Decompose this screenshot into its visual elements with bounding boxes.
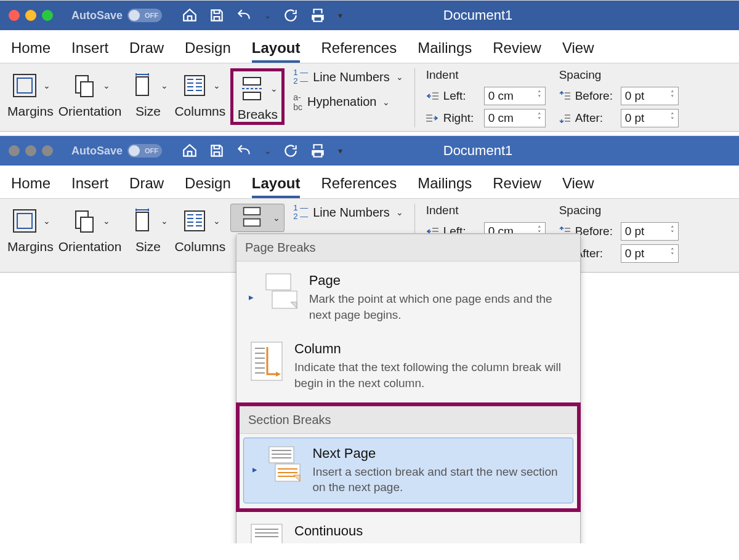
spinner-arrows[interactable]: ˄˅ [671,114,674,122]
undo-icon[interactable] [236,7,252,23]
indent-left-input[interactable]: 0 cm˄˅ [484,87,546,105]
indent-right-input[interactable]: 0 cm˄˅ [484,109,546,127]
column-break-thumb-icon [249,341,285,382]
spinner-arrows[interactable]: ˄˅ [671,92,674,100]
spacing-before-label: Before: [575,89,616,103]
margins-button[interactable]: ⌄ [9,204,52,238]
spacing-after-icon [559,113,570,123]
line-numbers-button[interactable]: 1 —2 — Line Numbers ⌄ [293,68,403,86]
qat-customize-icon[interactable]: ▾ [338,146,342,156]
autosave-state: OFF [145,12,158,19]
tab-review[interactable]: Review [493,39,541,63]
tab-mailings[interactable]: Mailings [418,39,472,63]
size-label: Size [135,239,161,254]
page-break-item[interactable]: Page Mark the point at which one page en… [240,265,576,330]
next-page-title: Next Page [312,446,564,462]
play-indicator-icon [252,467,257,473]
spinner-arrows[interactable]: ˄˅ [671,227,674,235]
zoom-window-button[interactable] [42,145,53,156]
qat-customize-icon[interactable]: ▾ [338,10,342,20]
breaks-button[interactable]: ⌄ [236,71,279,106]
indent-group: Indent Left: 0 cm˄˅ Right: 0 cm˄˅ [426,68,546,127]
tab-home[interactable]: Home [11,175,50,198]
spacing-before-input[interactable]: 0 pt˄˅ [621,87,679,105]
tab-layout[interactable]: Layout [252,39,301,63]
chevron-down-icon: ⌄ [396,72,403,82]
spinner-arrows[interactable]: ˄˅ [671,249,674,257]
column-break-desc: Indicate that the text following the col… [294,359,568,391]
autosave-control[interactable]: AutoSave OFF [71,144,162,158]
tab-mailings[interactable]: Mailings [418,175,472,198]
hyphenation-button[interactable]: a-bc Hyphenation ⌄ [293,92,403,112]
repeat-icon[interactable] [283,7,299,23]
tab-insert[interactable]: Insert [71,175,108,198]
margins-group: ⌄ Margins [7,68,54,119]
close-window-button[interactable] [9,10,20,21]
home-icon[interactable] [182,7,198,23]
tab-design[interactable]: Design [185,39,231,63]
svg-rect-5 [185,76,204,95]
save-icon[interactable] [209,143,225,159]
repeat-icon[interactable] [283,143,299,159]
breaks-group: ⌄ [230,204,285,232]
continuous-break-item[interactable]: Continuous Insert a section break and st… [240,516,576,543]
home-icon[interactable] [182,143,198,159]
line-numbers-button[interactable]: 1 —2 — Line Numbers ⌄ [293,204,403,222]
orientation-button[interactable]: ⌄ [68,204,111,238]
svg-rect-44 [244,219,260,226]
spacing-after-input[interactable]: 0 pt˄˅ [621,109,679,127]
tab-view[interactable]: View [562,175,594,198]
next-page-break-item[interactable]: Next Page Insert a section break and sta… [243,438,573,503]
print-icon[interactable] [310,7,326,23]
spinner-arrows[interactable]: ˄˅ [538,92,541,100]
tab-design[interactable]: Design [185,175,231,198]
tab-draw[interactable]: Draw [129,39,164,63]
autosave-control[interactable]: AutoSave OFF [71,9,162,22]
chevron-down-icon: ⌄ [213,81,220,90]
tab-home[interactable]: Home [11,39,50,63]
spacing-before-icon [559,91,570,101]
spinner-arrows[interactable]: ˄˅ [538,114,541,122]
indent-right-icon [426,114,438,122]
columns-button[interactable]: ⌄ [179,68,222,103]
svg-rect-43 [244,207,260,215]
tab-references[interactable]: References [321,175,397,198]
indent-header: Indent [426,68,546,82]
spacing-before-input[interactable]: 0 pt˄˅ [621,222,679,241]
save-icon[interactable] [209,7,225,23]
undo-dropdown-icon[interactable]: ⌄ [264,146,272,156]
print-icon[interactable] [310,143,326,159]
traffic-lights [9,10,53,21]
minimize-window-button[interactable] [25,145,36,156]
margins-button[interactable]: ⌄ [9,68,52,103]
minimize-window-button[interactable] [25,10,36,21]
breaks-button-pressed[interactable]: ⌄ [230,204,285,232]
orientation-button[interactable]: ⌄ [68,68,111,103]
autosave-toggle[interactable]: OFF [127,144,162,158]
columns-icon [180,206,209,236]
chevron-down-icon: ⌄ [43,81,50,90]
undo-icon[interactable] [236,143,252,159]
undo-dropdown-icon[interactable]: ⌄ [264,10,272,20]
section-breaks-highlight: Section Breaks Next Page Insert a sectio… [236,402,581,512]
tab-insert[interactable]: Insert [71,39,108,63]
size-button[interactable]: ⌄ [126,68,169,103]
spacing-after-input[interactable]: 0 pt˄˅ [621,244,679,263]
hyphenation-icon: a-bc [293,92,302,112]
close-window-button[interactable] [9,145,20,156]
svg-rect-14 [243,78,260,85]
tab-review[interactable]: Review [493,175,541,198]
margins-label: Margins [7,104,54,119]
margins-label: Margins [7,239,54,254]
columns-button[interactable]: ⌄ [179,204,222,238]
column-break-item[interactable]: Column Indicate that the text following … [240,334,576,398]
tab-draw[interactable]: Draw [129,175,164,198]
tab-view[interactable]: View [562,39,594,63]
tab-layout[interactable]: Layout [252,175,301,198]
size-button[interactable]: ⌄ [126,204,169,238]
zoom-window-button[interactable] [42,10,53,21]
spacing-after-label: After: [575,111,616,125]
ribbon-tabs: Home Insert Draw Design Layout Reference… [0,30,739,63]
autosave-toggle[interactable]: OFF [127,9,162,22]
tab-references[interactable]: References [321,39,397,63]
